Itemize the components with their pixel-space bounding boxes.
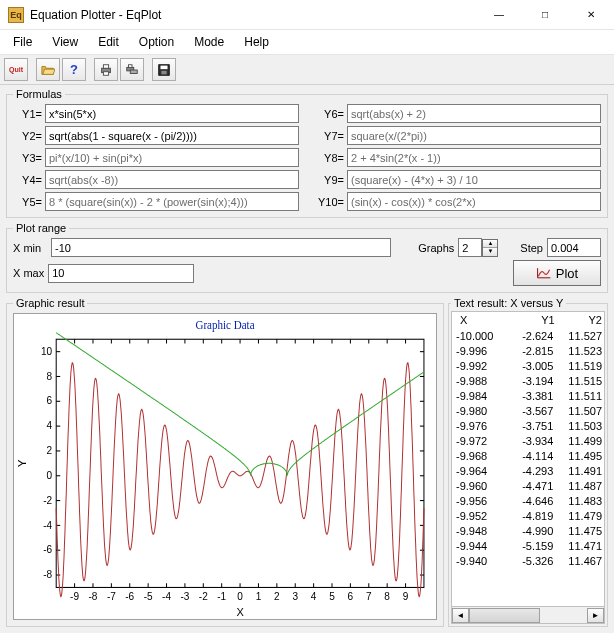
close-button[interactable]: ✕: [568, 0, 614, 29]
menu-view[interactable]: View: [43, 33, 87, 51]
svg-text:9: 9: [403, 591, 409, 602]
label-y4: Y4=: [13, 174, 43, 186]
svg-text:-8: -8: [89, 591, 98, 602]
table-row: -9.976-3.75111.503: [452, 419, 604, 434]
input-y9[interactable]: [347, 170, 601, 189]
minimize-button[interactable]: —: [476, 0, 522, 29]
svg-text:-4: -4: [162, 591, 171, 602]
input-y4[interactable]: [45, 170, 299, 189]
window-titlebar: Eq Equation Plotter - EqPlot — □ ✕: [0, 0, 614, 30]
table-header: X Y1 Y2: [452, 312, 604, 329]
menu-edit[interactable]: Edit: [89, 33, 128, 51]
maximize-button[interactable]: □: [522, 0, 568, 29]
svg-text:Y: Y: [16, 459, 28, 467]
table-row: -9.952-4.81911.479: [452, 509, 604, 524]
formulas-legend: Formulas: [13, 88, 65, 100]
input-y10[interactable]: [347, 192, 601, 211]
quit-button[interactable]: Quit: [4, 58, 28, 81]
label-y2: Y2=: [13, 130, 43, 142]
label-y1: Y1=: [13, 108, 43, 120]
col-y1: Y1: [507, 314, 554, 326]
menu-mode[interactable]: Mode: [185, 33, 233, 51]
print-button[interactable]: [94, 58, 118, 81]
svg-rect-5: [129, 64, 133, 67]
chart-canvas[interactable]: Graphic DataYX-8-6-4-20246810-9-8-7-6-5-…: [13, 313, 437, 620]
svg-text:2: 2: [274, 591, 280, 602]
svg-text:0: 0: [47, 470, 53, 481]
label-y8: Y8=: [315, 152, 345, 164]
xmin-input[interactable]: [51, 238, 391, 257]
print-setup-button[interactable]: [120, 58, 144, 81]
svg-text:-9: -9: [70, 591, 79, 602]
graphs-spinner[interactable]: ▲▼: [482, 239, 498, 257]
plot-button-label: Plot: [556, 266, 578, 281]
label-y5: Y5=: [13, 196, 43, 208]
spinner-down-icon[interactable]: ▼: [483, 248, 497, 256]
input-y1[interactable]: [45, 104, 299, 123]
svg-text:6: 6: [348, 591, 354, 602]
table-row: -9.960-4.47111.487: [452, 479, 604, 494]
plot-icon: [536, 266, 552, 280]
folder-open-icon: [41, 63, 55, 77]
label-y9: Y9=: [315, 174, 345, 186]
input-y2[interactable]: [45, 126, 299, 145]
floppy-icon: [157, 63, 171, 77]
printers-icon: [125, 63, 139, 77]
spinner-up-icon[interactable]: ▲: [483, 240, 497, 248]
input-y6[interactable]: [347, 104, 601, 123]
col-y2: Y2: [555, 314, 602, 326]
scroll-thumb[interactable]: [469, 608, 540, 623]
table-row: -9.968-4.11411.495: [452, 449, 604, 464]
svg-rect-7: [161, 65, 168, 69]
table-row: -9.984-3.38111.511: [452, 389, 604, 404]
svg-text:0: 0: [237, 591, 243, 602]
save-button[interactable]: [152, 58, 176, 81]
table-row: -9.940-5.32611.467: [452, 554, 604, 569]
svg-text:4: 4: [47, 420, 53, 431]
graphs-input[interactable]: [458, 238, 482, 257]
scroll-left-icon[interactable]: ◄: [452, 608, 469, 623]
table-row: -10.000-2.62411.527: [452, 329, 604, 344]
plot-button[interactable]: Plot: [513, 260, 601, 286]
xmin-label: X min: [13, 242, 47, 254]
svg-rect-2: [103, 71, 108, 75]
app-icon: Eq: [8, 7, 24, 23]
col-x: X: [456, 314, 507, 326]
svg-text:-7: -7: [107, 591, 116, 602]
input-y8[interactable]: [347, 148, 601, 167]
svg-rect-4: [130, 70, 137, 74]
input-y7[interactable]: [347, 126, 601, 145]
help-button[interactable]: ?: [62, 58, 86, 81]
toolbar: Quit ?: [0, 55, 614, 85]
text-result-table[interactable]: X Y1 Y2 -10.000-2.62411.527-9.996-2.8151…: [451, 311, 605, 607]
menu-option[interactable]: Option: [130, 33, 183, 51]
text-result-group: Text result: X versus Y X Y1 Y2 -10.000-…: [448, 297, 608, 627]
table-row: -9.996-2.81511.523: [452, 344, 604, 359]
input-y5[interactable]: [45, 192, 299, 211]
menu-help[interactable]: Help: [235, 33, 278, 51]
svg-text:5: 5: [329, 591, 335, 602]
svg-text:-1: -1: [217, 591, 226, 602]
xmax-input[interactable]: [48, 264, 194, 283]
graphic-result-legend: Graphic result: [13, 297, 87, 309]
input-y3[interactable]: [45, 148, 299, 167]
svg-text:8: 8: [384, 591, 390, 602]
label-y3: Y3=: [13, 152, 43, 164]
svg-text:-4: -4: [43, 519, 52, 530]
svg-text:2: 2: [47, 445, 53, 456]
svg-text:3: 3: [292, 591, 298, 602]
horizontal-scrollbar[interactable]: ◄ ►: [451, 607, 605, 624]
scroll-right-icon[interactable]: ►: [587, 608, 604, 623]
table-row: -9.988-3.19411.515: [452, 374, 604, 389]
svg-text:1: 1: [256, 591, 262, 602]
svg-text:-2: -2: [199, 591, 208, 602]
svg-text:-6: -6: [125, 591, 134, 602]
table-row: -9.944-5.15911.471: [452, 539, 604, 554]
svg-rect-8: [161, 70, 166, 74]
open-button[interactable]: [36, 58, 60, 81]
svg-text:X: X: [236, 606, 244, 618]
menu-file[interactable]: File: [4, 33, 41, 51]
step-input[interactable]: [547, 238, 601, 257]
svg-text:-6: -6: [43, 544, 52, 555]
label-y6: Y6=: [315, 108, 345, 120]
